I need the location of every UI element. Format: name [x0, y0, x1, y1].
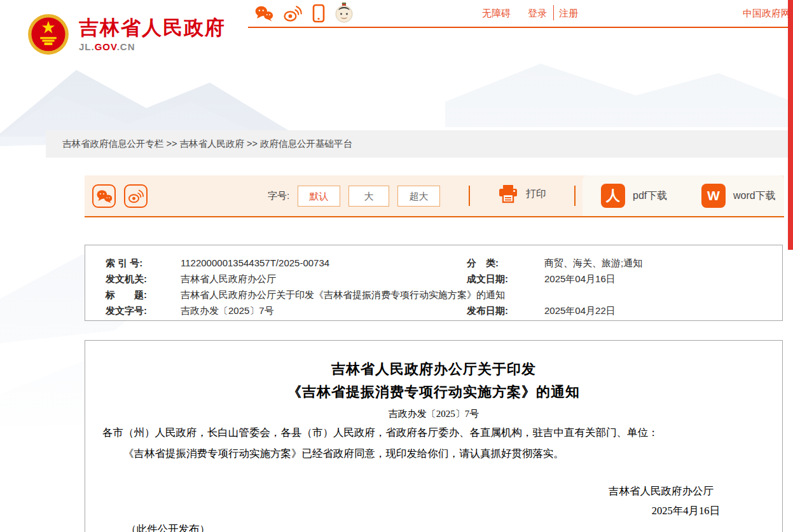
document-signature: 吉林省人民政府办公厅	[609, 484, 782, 498]
pdf-icon: 人	[601, 184, 625, 208]
pdf-download-label: pdf下载	[633, 189, 667, 203]
document-number: 吉政办发〔2025〕7号	[85, 408, 782, 420]
meta-label-publish-date: 发布日期:	[467, 303, 508, 318]
word-download-button[interactable]: W word下载	[701, 184, 776, 208]
public-release-note: （此件公开发布）	[126, 522, 210, 532]
domain-gov: GOV	[95, 41, 117, 52]
meta-row: 发文字号: 吉政办发〔2025〕7号 发布日期: 2025年04月22日	[85, 303, 782, 318]
meta-row: 标 题: 吉林省人民政府办公厅关于印发《吉林省提振消费专项行动实施方案》的通知	[85, 287, 782, 303]
right-edge-banner	[788, 0, 793, 250]
word-download-label: word下载	[733, 189, 776, 203]
mascot-icon[interactable]	[334, 3, 354, 24]
printer-icon	[498, 184, 518, 203]
pdf-download-button[interactable]: 人 pdf下载	[601, 184, 667, 208]
document-title-line2: 《吉林省提振消费专项行动实施方案》的通知	[85, 383, 782, 402]
page: 吉林省人民政府 JL.GOV.CN	[0, 0, 793, 532]
meta-label-issuer: 发文机关:	[106, 271, 147, 287]
meta-value-issue-date: 2025年04月16日	[544, 271, 616, 287]
share-weibo-button[interactable]	[124, 184, 148, 208]
meta-label-issue-date: 成文日期:	[467, 271, 508, 287]
meta-value-index: 11220000013544357T/2025-00734	[181, 255, 329, 271]
meta-value-doc-number: 吉政办发〔2025〕7号	[181, 303, 274, 318]
meta-value-title: 吉林省人民政府办公厅关于印发《吉林省提振消费专项行动实施方案》的通知	[181, 287, 505, 303]
meta-label-title: 标 题:	[106, 287, 147, 303]
header-rule	[248, 27, 789, 28]
mobile-app-icon[interactable]	[312, 4, 326, 23]
gov-portal-link[interactable]: 中国政府网	[743, 8, 790, 20]
site-logo[interactable]: 吉林省人民政府 JL.GOV.CN	[27, 13, 226, 56]
meta-row: 索 引 号: 11220000013544357T/2025-00734 分 类…	[85, 255, 782, 271]
domain-cn: .CN	[117, 41, 135, 52]
meta-value-category: 商贸、海关、旅游;通知	[544, 255, 642, 271]
meta-label-doc-number: 发文字号:	[106, 303, 147, 318]
domain-jl: JL.	[79, 41, 95, 52]
document-body: 吉林省人民政府办公厅关于印发 《吉林省提振消费专项行动实施方案》的通知 吉政办发…	[85, 340, 783, 532]
wechat-icon[interactable]	[254, 5, 273, 22]
print-button[interactable]: 打印	[498, 184, 546, 203]
toolbar-divider	[574, 186, 576, 206]
meta-label-category: 分 类:	[467, 255, 499, 271]
weibo-icon	[127, 189, 144, 203]
login-link[interactable]: 登录	[528, 8, 547, 20]
toolbar-divider	[469, 186, 470, 206]
site-name: 吉林省人民政府	[79, 17, 226, 39]
national-emblem-icon	[27, 13, 70, 56]
header-divider	[553, 5, 554, 20]
share-wechat-button[interactable]	[92, 184, 116, 208]
weibo-icon[interactable]	[282, 4, 303, 22]
font-size-default-button[interactable]: 默认	[298, 186, 340, 207]
register-link[interactable]: 注册	[559, 8, 578, 20]
document-title-line1: 吉林省人民政府办公厅关于印发	[85, 360, 782, 379]
breadcrumb: 吉林省政府信息公开专栏 >> 吉林省人民政府 >> 政府信息公开基础平台	[46, 130, 789, 158]
document-meta-table: 索 引 号: 11220000013544357T/2025-00734 分 类…	[85, 245, 783, 321]
print-label: 打印	[526, 188, 546, 201]
document-paragraph: 《吉林省提振消费专项行动实施方案》已经省政府同意，现印发给你们，请认真抓好贯彻落…	[102, 447, 765, 461]
meta-row: 发文机关: 吉林省人民政府办公厅 成文日期: 2025年04月16日	[85, 271, 782, 287]
meta-value-issuer: 吉林省人民政府办公厅	[181, 271, 276, 287]
article-toolbar: 字号: 默认 大 超大 打印 人 pdf下载 W word下载	[85, 175, 784, 217]
document-paragraph: 各市（州）人民政府，长白山管委会，各县（市）人民政府，省政府各厅委办、各直属机构…	[102, 426, 765, 440]
meta-value-publish-date: 2025年04月22日	[544, 303, 616, 318]
header-social-icons	[254, 3, 354, 24]
site-domain: JL.GOV.CN	[79, 41, 226, 52]
meta-label-index: 索 引 号:	[106, 255, 142, 271]
font-size-label: 字号:	[268, 190, 289, 202]
accessibility-link[interactable]: 无障碍	[482, 8, 511, 20]
font-size-large-button[interactable]: 大	[348, 186, 389, 207]
font-size-xlarge-button[interactable]: 超大	[397, 186, 440, 207]
wechat-icon	[96, 189, 113, 203]
document-date: 2025年4月16日	[652, 504, 782, 518]
logo-text: 吉林省人民政府 JL.GOV.CN	[79, 17, 226, 52]
word-icon: W	[701, 184, 726, 208]
